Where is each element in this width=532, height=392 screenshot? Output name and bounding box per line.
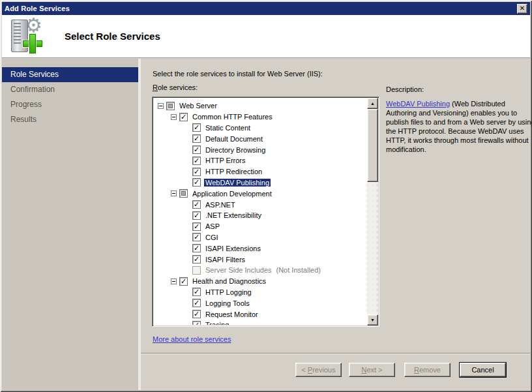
tree-item-label[interactable]: WebDAV Publishing xyxy=(204,179,271,187)
next-button[interactable]: Next > xyxy=(349,363,395,377)
tree-item-label[interactable]: Common HTTP Features xyxy=(191,113,274,121)
checkbox-checked[interactable]: ✓ xyxy=(192,157,201,165)
tree-item-suffix: (Not Installed) xyxy=(276,266,321,274)
checkbox-checked[interactable]: ✓ xyxy=(192,255,201,264)
tree-row[interactable]: ✓Static Content xyxy=(154,123,366,134)
close-icon: ✕ xyxy=(520,5,525,12)
checkbox-checked[interactable]: ✓ xyxy=(192,200,201,209)
main-panel: Select the role services to install for … xyxy=(141,59,530,390)
tree-row[interactable]: ✓HTTP Errors xyxy=(154,155,366,166)
tree-row[interactable]: ✓Directory Browsing xyxy=(154,144,366,155)
collapse-minus-icon[interactable] xyxy=(171,114,177,120)
tree-item-label[interactable]: HTTP Redirection xyxy=(204,168,263,175)
tree-row[interactable]: Server Side Includes(Not Installed) xyxy=(154,265,366,276)
remove-button[interactable]: Remove xyxy=(404,363,451,377)
checkbox-checked[interactable]: ✓ xyxy=(192,178,201,187)
tree-item-label[interactable]: Web Server xyxy=(178,102,218,110)
tree-item-label[interactable]: .NET Extensibility xyxy=(204,211,263,219)
sidebar-item-role-services[interactable]: Role Services xyxy=(2,67,138,82)
webdav-publishing-link[interactable]: WebDAV Publishing xyxy=(386,100,450,108)
tree-item-label[interactable]: Static Content xyxy=(204,124,252,132)
add-role-services-icon: ⚙ xyxy=(8,18,46,55)
tree-row[interactable]: ✓Tracing xyxy=(154,320,366,325)
checkbox-checked[interactable]: ✓ xyxy=(192,145,201,154)
checkbox-checked[interactable]: ✓ xyxy=(192,233,201,241)
scroll-up-button[interactable]: ▲ xyxy=(367,98,378,109)
tree-row[interactable]: ✓Default Document xyxy=(154,133,366,144)
previous-button[interactable]: < Previous xyxy=(295,363,342,377)
tree-row[interactable]: ✓Request Monitor xyxy=(154,309,366,320)
description-heading: Description: xyxy=(386,85,532,94)
scroll-down-icon: ▼ xyxy=(370,318,375,322)
tree-row[interactable]: ✓HTTP Redirection xyxy=(154,166,366,177)
checkbox-checked[interactable]: ✓ xyxy=(192,168,201,176)
tree-row[interactable]: ✓ISAPI Extensions xyxy=(154,243,366,254)
tree-item-label[interactable]: Tracing xyxy=(204,321,230,325)
checkbox-checked[interactable]: ✓ xyxy=(192,321,201,325)
sidebar-item-results[interactable]: Results xyxy=(2,112,138,127)
sidebar-item-progress[interactable]: Progress xyxy=(2,97,138,112)
collapse-minus-icon[interactable] xyxy=(171,190,177,196)
button-separator xyxy=(141,353,530,354)
tree-item-label[interactable]: Health and Diagnostics xyxy=(191,277,267,285)
checkbox-checked[interactable]: ✓ xyxy=(179,277,188,286)
tree-item-label[interactable]: Request Monitor xyxy=(204,310,259,318)
tree-row[interactable]: ✓ASP.NET xyxy=(154,199,366,210)
checkbox-partial[interactable] xyxy=(179,189,188,198)
scrollbar-thumb[interactable] xyxy=(367,109,378,182)
tree-item-label[interactable]: HTTP Errors xyxy=(204,157,247,164)
checkbox-disabled xyxy=(192,266,201,275)
scroll-down-button[interactable]: ▼ xyxy=(367,314,378,325)
checkbox-checked[interactable]: ✓ xyxy=(192,134,201,143)
sidebar-item-confirmation[interactable]: Confirmation xyxy=(2,82,138,97)
tree-scrollbar[interactable]: ▲ ▼ xyxy=(367,98,378,325)
tree-row[interactable]: Application Development xyxy=(154,188,366,199)
wizard-steps-sidebar: Role ServicesConfirmationProgressResults xyxy=(2,59,138,390)
checkbox-checked[interactable]: ✓ xyxy=(192,123,201,132)
tree-row[interactable]: ✓HTTP Logging xyxy=(154,287,366,298)
tree-item-label[interactable]: Application Development xyxy=(191,190,273,198)
tree-item-label[interactable]: CGI xyxy=(204,234,220,241)
role-services-label: Role services: xyxy=(153,83,198,91)
tree-row[interactable]: ✓CGI xyxy=(154,232,366,243)
description-panel: Description: WebDAV Publishing (Web Dist… xyxy=(386,85,532,154)
more-about-role-services-link[interactable]: More about role services xyxy=(153,335,231,343)
collapse-minus-icon[interactable] xyxy=(171,279,177,284)
description-text: WebDAV Publishing (Web Distributed Autho… xyxy=(386,99,532,154)
checkbox-checked[interactable]: ✓ xyxy=(192,288,201,296)
checkbox-checked[interactable]: ✓ xyxy=(192,299,201,307)
cancel-button[interactable]: Cancel xyxy=(460,363,506,377)
tree-item-label[interactable]: Logging Tools xyxy=(204,299,251,307)
checkbox-checked[interactable]: ✓ xyxy=(192,244,201,252)
tree-item-label[interactable]: Directory Browsing xyxy=(204,146,267,154)
checkbox-checked[interactable]: ✓ xyxy=(179,113,188,121)
tree-row[interactable]: ✓ASP xyxy=(154,221,366,232)
tree-row[interactable]: ✓Health and Diagnostics xyxy=(154,276,366,287)
role-services-tree[interactable]: Web Server✓Common HTTP Features✓Static C… xyxy=(152,97,379,327)
tree-item-label[interactable]: ISAPI Extensions xyxy=(204,245,262,252)
instruction-text: Select the role services to install for … xyxy=(153,70,323,78)
title-bar: Add Role Services ✕ xyxy=(2,2,530,15)
plus-icon xyxy=(23,34,42,53)
close-button[interactable]: ✕ xyxy=(517,4,527,14)
scroll-up-icon: ▲ xyxy=(370,101,375,106)
checkbox-partial[interactable] xyxy=(166,102,175,110)
tree-item-label[interactable]: Default Document xyxy=(204,135,264,143)
tree-row[interactable]: ✓Logging Tools xyxy=(154,297,366,309)
tree-item-label[interactable]: ASP xyxy=(204,222,221,230)
tree-row[interactable]: ✓.NET Extensibility xyxy=(154,210,366,221)
tree-item-label[interactable]: ASP.NET xyxy=(204,201,237,209)
checkbox-checked[interactable]: ✓ xyxy=(192,310,201,318)
tree-item-label[interactable]: HTTP Logging xyxy=(204,288,253,296)
tree-row[interactable]: ✓Common HTTP Features xyxy=(154,112,366,123)
button-row: < PreviousNext >RemoveCancel xyxy=(295,363,506,377)
tree-item-label[interactable]: Server Side Includes xyxy=(204,266,273,274)
add-role-services-window: Add Role Services ✕ ⚙ Select Role Servic… xyxy=(0,0,532,392)
checkbox-checked[interactable]: ✓ xyxy=(192,211,201,220)
tree-row[interactable]: ✓WebDAV Publishing xyxy=(154,177,366,188)
collapse-minus-icon[interactable] xyxy=(158,103,164,109)
tree-row[interactable]: ✓ISAPI Filters xyxy=(154,254,366,265)
tree-item-label[interactable]: ISAPI Filters xyxy=(204,256,246,264)
tree-row[interactable]: Web Server xyxy=(154,100,366,112)
checkbox-checked[interactable]: ✓ xyxy=(192,222,201,231)
